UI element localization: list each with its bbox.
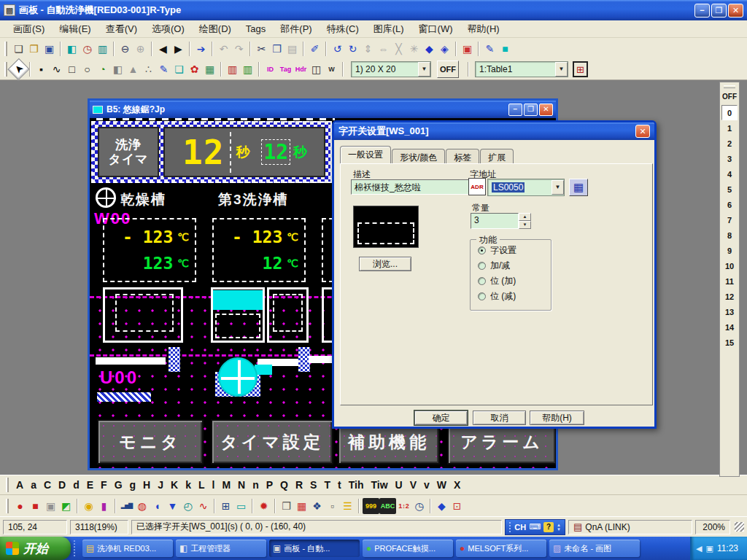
- tag-type-button[interactable]: R: [292, 479, 306, 491]
- tag-type-button[interactable]: C: [40, 479, 55, 491]
- tag-type-button[interactable]: E: [83, 479, 97, 491]
- polyline-tool-icon[interactable]: ∿: [49, 61, 64, 77]
- tag-type-button[interactable]: t: [334, 479, 345, 491]
- bar-graph-icon[interactable]: ▂▅▇: [119, 498, 134, 514]
- taskbar-task-button[interactable]: ▣ 画板 - 自動...: [269, 540, 360, 557]
- timer-display-plate[interactable]: 12 秒 12 秒: [163, 127, 325, 177]
- logging-icon[interactable]: ❖: [309, 498, 325, 514]
- shrink-icon[interactable]: ╳: [391, 41, 406, 57]
- help-button[interactable]: 帮助(H): [530, 411, 584, 425]
- taskbar-task-button[interactable]: ● PROFACE触摸...: [363, 540, 453, 557]
- tag-type-button[interactable]: J: [154, 479, 167, 491]
- menu-item[interactable]: 编辑(E): [52, 20, 98, 39]
- rect-tool-icon[interactable]: □: [64, 61, 80, 77]
- tag-type-button[interactable]: Tih: [345, 479, 368, 491]
- grid-size-combo[interactable]: 1) 20 X 20 ▼: [351, 61, 431, 77]
- state-number-button[interactable]: 5: [721, 182, 738, 197]
- prev-screen-icon[interactable]: ◀: [155, 41, 171, 57]
- state-number-button[interactable]: 6: [721, 197, 738, 212]
- drag-handle[interactable]: [509, 522, 511, 532]
- state-number-button[interactable]: 15: [721, 335, 738, 350]
- radio-button-icon[interactable]: [478, 292, 486, 300]
- tag-type-button[interactable]: F: [97, 479, 111, 491]
- pie-graph-icon[interactable]: ◍: [134, 498, 150, 514]
- paste-icon[interactable]: ▤: [285, 41, 300, 57]
- multi-lamp-icon[interactable]: ▮: [96, 498, 112, 514]
- state-number-button[interactable]: 4: [721, 166, 738, 182]
- grid-off-button[interactable]: OFF: [437, 61, 459, 78]
- minimize-button[interactable]: −: [508, 104, 522, 116]
- memo-part-icon[interactable]: ☰: [340, 498, 355, 514]
- menu-item[interactable]: 图库(L): [366, 20, 411, 39]
- pattern1-icon[interactable]: ◫: [309, 61, 324, 77]
- tank-graph-icon[interactable]: ▼: [165, 498, 180, 514]
- toolbar-grip[interactable]: [4, 42, 7, 56]
- cut-icon[interactable]: ✂: [254, 41, 269, 57]
- tank1-temp-box[interactable]: - 123℃ 123℃: [103, 218, 196, 282]
- updown-display-icon[interactable]: 1↕2: [396, 498, 411, 514]
- tag-type-button[interactable]: W: [433, 479, 450, 491]
- meter-graph-icon[interactable]: ◴: [180, 498, 196, 514]
- dialog-tab[interactable]: 标签: [446, 149, 479, 163]
- select-tool-icon[interactable]: ➤: [7, 58, 29, 80]
- tag-type-button[interactable]: N: [234, 479, 249, 491]
- hmi-button[interactable]: モニタ: [97, 419, 204, 464]
- tag-type-button[interactable]: U: [392, 479, 406, 491]
- id-display-icon[interactable]: ID: [263, 61, 278, 77]
- tag-type-button[interactable]: Q: [276, 479, 292, 491]
- state-number-button[interactable]: 0: [721, 105, 738, 120]
- close-button[interactable]: ✕: [539, 104, 553, 116]
- state-number-button[interactable]: 13: [721, 304, 738, 319]
- chevron-down-icon[interactable]: ▼: [557, 527, 561, 532]
- tag-type-button[interactable]: S: [306, 479, 320, 491]
- toolbar-grip[interactable]: [6, 478, 9, 492]
- address-combo[interactable]: LS0050 ▼: [487, 179, 565, 196]
- align-horizontal-icon[interactable]: ⇔: [376, 41, 391, 57]
- tag-type-button[interactable]: T: [320, 479, 334, 491]
- preview-icon[interactable]: ▥: [95, 41, 110, 57]
- menu-item[interactable]: 帮助(H): [460, 20, 507, 39]
- keyboard-icon[interactable]: ⌨: [529, 522, 541, 532]
- tag-type-button[interactable]: v: [420, 479, 433, 491]
- menu-item[interactable]: 选项(O): [144, 20, 192, 39]
- tag-display-icon[interactable]: Tag: [278, 61, 293, 77]
- arc-tool-icon[interactable]: ◔: [95, 61, 110, 77]
- tag-type-button[interactable]: k: [182, 479, 195, 491]
- window-part-icon[interactable]: ⊡: [449, 498, 465, 514]
- function-radio-option[interactable]: 位 (加): [478, 276, 551, 286]
- taskbar-task-button[interactable]: ◧ 工程管理器: [176, 540, 266, 557]
- pen-style-icon[interactable]: ✎: [482, 41, 498, 57]
- state-number-button[interactable]: 3: [721, 151, 738, 166]
- table-edit-icon[interactable]: ⊞: [573, 61, 588, 77]
- word-switch-icon[interactable]: ■: [28, 498, 43, 514]
- redo-icon[interactable]: ↷: [231, 41, 247, 57]
- lamp-icon[interactable]: ◉: [81, 498, 96, 514]
- state-number-button[interactable]: 7: [721, 212, 738, 228]
- shape-part-icon[interactable]: ◆: [434, 498, 449, 514]
- spin-up-icon[interactable]: ▲: [519, 213, 531, 221]
- timer-panel-group[interactable]: 洗浄 タイマ 12 秒 12 秒: [91, 121, 332, 183]
- close-button[interactable]: ✕: [728, 4, 743, 18]
- chevron-left-icon[interactable]: ◀: [696, 544, 702, 553]
- tag-type-button[interactable]: Tiw: [367, 479, 391, 491]
- ungroup-icon[interactable]: ◈: [437, 41, 452, 57]
- language-bar[interactable]: CH ⌨ ? ▲ ▼: [505, 519, 565, 535]
- spin-down-icon[interactable]: ▼: [519, 221, 531, 229]
- tag-type-button[interactable]: M: [218, 479, 234, 491]
- menu-item[interactable]: 查看(V): [98, 20, 144, 39]
- tag-type-button[interactable]: l: [209, 479, 219, 491]
- tag-type-button[interactable]: L: [195, 479, 209, 491]
- menu-item[interactable]: Tags: [239, 20, 273, 37]
- chevron-down-icon[interactable]: ▼: [551, 180, 564, 195]
- tag-type-button[interactable]: X: [450, 479, 464, 491]
- address-icon[interactable]: ADR: [468, 178, 486, 195]
- menu-item[interactable]: 绘图(D): [192, 20, 239, 39]
- data-table-icon[interactable]: ▦: [294, 498, 309, 514]
- keypad-icon[interactable]: ▦: [569, 179, 588, 196]
- table-combo[interactable]: 1:Table1 ▼: [475, 61, 568, 77]
- browse-button[interactable]: 浏览...: [359, 257, 411, 271]
- alarm-part-icon[interactable]: ✹: [256, 498, 271, 514]
- exit-icon[interactable]: ➔: [193, 41, 209, 57]
- state-number-button[interactable]: 2: [721, 136, 738, 151]
- taskbar-task-button[interactable]: ▨ 未命名 - 画图: [549, 540, 640, 557]
